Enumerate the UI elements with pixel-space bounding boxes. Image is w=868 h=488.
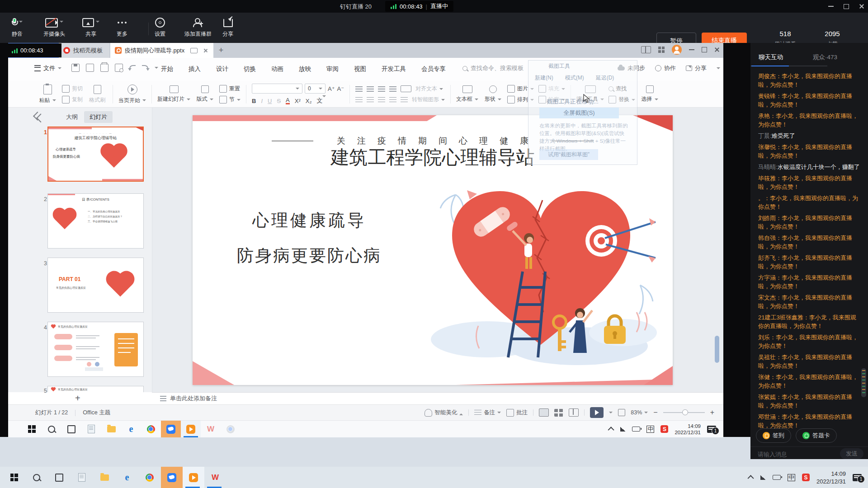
copy-button[interactable]: 复制	[62, 96, 83, 103]
chat-message[interactable]: 。：李小龙，我来围观你的直播啦，为你点赞！	[758, 194, 861, 211]
battery-icon[interactable]	[632, 427, 640, 432]
chrome-icon[interactable]	[138, 467, 161, 488]
camera-button[interactable]: 开摄像头	[43, 17, 65, 38]
menu-item[interactable]: 切换	[244, 65, 256, 73]
snip-try-button[interactable]: 试用“截图和草图”	[539, 149, 598, 160]
add-slide-button[interactable]: +	[75, 393, 80, 404]
menu-item[interactable]: 开始	[161, 65, 173, 73]
slide-thumbnail-2[interactable]: 目 录/CONTENTS 一、常见的负面心理应激反应 二、怎样调节自己的应激反应…	[47, 193, 144, 249]
network-icon[interactable]	[760, 475, 766, 480]
sogou-icon[interactable]: S	[660, 425, 668, 433]
avatar[interactable]	[672, 45, 682, 55]
ime-indicator[interactable]: 中	[646, 426, 654, 433]
check-in-button[interactable]: 签到	[756, 428, 791, 443]
edge-icon[interactable]: e	[121, 421, 141, 437]
quiz-card-button[interactable]: 答题卡	[796, 428, 837, 443]
command-search[interactable]: 查找命令、搜索模板	[462, 64, 524, 72]
network-icon[interactable]	[620, 427, 626, 432]
tab-docer-templates[interactable]: 找稻壳模板	[59, 43, 109, 58]
font-family-select[interactable]	[252, 84, 302, 94]
chat-message[interactable]: 方字涵：李小龙，我来围观你的直播啦，为你点赞！	[758, 273, 861, 291]
chat-message[interactable]: 吴祖壮：李小龙，我来围观你的直播啦，为你点赞！	[758, 353, 861, 370]
subscript-button[interactable]: X₂	[306, 98, 312, 104]
font-size-select[interactable]: 0	[305, 84, 326, 94]
wps-restore-icon[interactable]	[702, 47, 707, 52]
underline-button[interactable]: U	[268, 98, 272, 104]
align-right-icon[interactable]	[378, 97, 385, 103]
file-explorer-icon[interactable]	[93, 467, 116, 488]
strikethrough-button[interactable]: S	[277, 98, 281, 104]
chat-message[interactable]: 黄锐锋：李小龙，我来围观你的直播啦，为你点赞！	[758, 92, 861, 109]
taskbar-clock[interactable]: 14:092022/12/31	[816, 470, 846, 485]
slide-thumbnail-3[interactable]: PART 01 常见的负面心理应激反应	[47, 258, 144, 313]
dingtalk-live-icon[interactable]	[181, 421, 201, 437]
collaborate-button[interactable]: 协作	[655, 64, 676, 72]
align-center-icon[interactable]	[367, 97, 374, 103]
text-direction-icon[interactable]	[401, 85, 411, 92]
chat-message[interactable]: 邓世涵：李小龙，我来围观你的直播啦，为你点赞！	[758, 413, 861, 429]
chat-message[interactable]: 丁晨:难受死了	[758, 131, 861, 140]
slide-thumbnail-5[interactable]: 常见的负面心理应激反应	[47, 386, 144, 392]
settings-button[interactable]: 设置	[155, 17, 165, 38]
zoom-slider[interactable]	[663, 412, 705, 413]
zoom-out-button[interactable]: −	[653, 408, 657, 417]
zoom-level[interactable]: 83%	[631, 409, 648, 416]
menu-item[interactable]: 开发工具	[382, 65, 406, 73]
section-button[interactable]: 节	[219, 96, 241, 103]
tab-chat[interactable]: 聊天互动	[759, 53, 783, 61]
more-button[interactable]: 更多	[117, 17, 127, 38]
chat-message[interactable]: 毕筱雅：李小龙，我来围观你的直播啦，为你点赞！	[758, 174, 861, 191]
task-view-button[interactable]	[48, 467, 71, 488]
decrease-indent-icon[interactable]	[378, 86, 385, 92]
present-to-screen-icon[interactable]	[190, 48, 198, 53]
reset-button[interactable]: 重置	[219, 85, 241, 93]
search-button[interactable]	[25, 467, 48, 488]
ime-indicator[interactable]: 中	[788, 474, 795, 481]
select-button[interactable]: 选择	[640, 85, 660, 103]
task-view-button[interactable]	[61, 421, 81, 437]
taskbar-clock[interactable]: 14:092022/12/31	[675, 423, 701, 436]
notification-center-icon[interactable]: 1	[707, 426, 716, 433]
justify-icon[interactable]	[389, 97, 396, 103]
share-out-button[interactable]: 分享	[222, 17, 233, 38]
dingtalk-icon[interactable]	[161, 421, 181, 437]
add-live-group-button[interactable]: 添加直播群	[184, 17, 212, 38]
notification-center-icon[interactable]: 1	[853, 474, 862, 481]
chrome-icon[interactable]	[141, 421, 161, 437]
shapes-button[interactable]: 形状	[483, 85, 503, 103]
menu-item[interactable]: 审阅	[326, 65, 339, 73]
sogou-icon[interactable]: S	[802, 474, 810, 481]
scrollbar-thumb[interactable]	[715, 336, 719, 363]
file-menu[interactable]: 文件	[34, 64, 61, 72]
tab-slides[interactable]: 幻灯片	[84, 111, 113, 123]
floating-live-timer[interactable]: 00:08:43	[8, 43, 61, 57]
increase-indent-icon[interactable]	[389, 86, 396, 92]
smart-beautify-button[interactable]: 智能美化	[425, 409, 463, 417]
menu-item[interactable]: 插入	[189, 65, 201, 73]
phonetic-guide-button[interactable]: 文	[316, 97, 326, 105]
notes-bar[interactable]: 单击此处添加备注	[152, 392, 723, 404]
textbox-button[interactable]: 文本框	[456, 85, 478, 103]
menu-item[interactable]: 视图	[354, 65, 366, 73]
increase-font-button[interactable]: A⁺	[328, 85, 335, 92]
font-color-button[interactable]: A	[286, 98, 290, 104]
paste-button[interactable]: 粘贴	[38, 84, 57, 104]
fit-slide-icon[interactable]	[618, 409, 625, 416]
menu-item[interactable]: 动画	[271, 65, 283, 73]
tab-active-document[interactable]: 疫情期间心理疏导.pptx	[110, 43, 213, 58]
tab-outline[interactable]: 大纲	[66, 113, 78, 121]
menu-item[interactable]: 放映	[299, 65, 311, 73]
play-options-icon[interactable]	[609, 412, 613, 415]
new-tab-button[interactable]: +	[216, 45, 226, 55]
cut-button[interactable]: 剪切	[62, 85, 83, 93]
chat-message[interactable]: 张紫嫣：李小龙，我来围观你的直播啦，为你点赞！	[758, 393, 861, 410]
slide-thumbnail-1[interactable]: — · · · · · · · · — 建筑工程学院心理辅导站 心理健康疏导 防…	[47, 127, 144, 182]
chat-message[interactable]: 彭齐飞：李小龙，我来围观你的直播啦，为你点赞！	[758, 253, 861, 271]
start-button[interactable]	[3, 467, 25, 488]
snip-mode-button[interactable]: 模式(M)	[565, 74, 584, 82]
chat-message[interactable]: 张馨悦：李小龙，我来围观你的直播啦，为你点赞！	[758, 143, 861, 160]
new-slide-button[interactable]: 新建幻灯片	[157, 85, 190, 103]
share-document-button[interactable]: 分享	[686, 64, 707, 72]
close-tab-icon[interactable]	[203, 48, 208, 53]
normal-view-icon[interactable]	[539, 408, 549, 417]
